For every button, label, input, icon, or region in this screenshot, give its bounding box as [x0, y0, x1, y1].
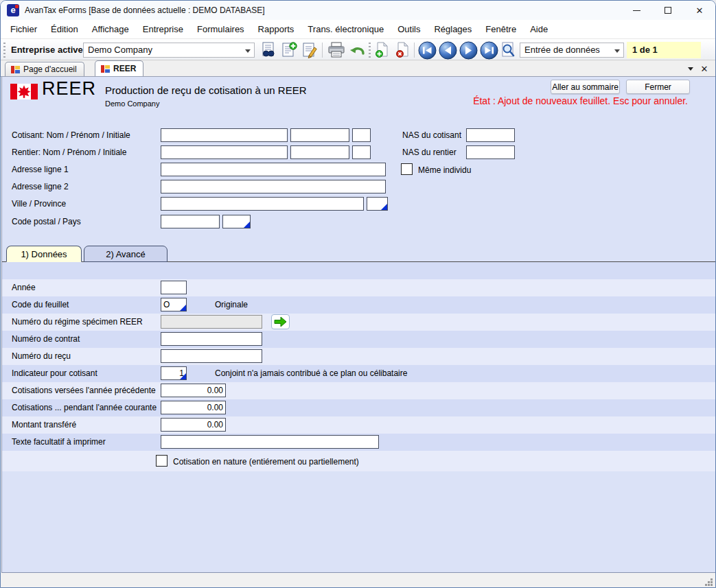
next-record-button[interactable]	[459, 41, 478, 59]
menu-edition[interactable]: Édition	[44, 21, 85, 37]
menu-aide[interactable]: Aide	[523, 21, 555, 37]
tab-list-button[interactable]	[685, 63, 696, 74]
minimize-button[interactable]	[621, 1, 652, 20]
tab-close-button[interactable]: ✕	[699, 63, 710, 74]
adresse2-field[interactable]	[161, 180, 386, 193]
add-company-icon	[280, 41, 298, 59]
rentier-initiale-field[interactable]	[352, 145, 371, 159]
contrat-label: Numéro de contrat	[12, 334, 80, 344]
regime-field[interactable]	[161, 315, 262, 329]
close-form-button[interactable]: Fermer	[626, 80, 690, 94]
texte-facultatif-field[interactable]	[161, 435, 379, 449]
record-counter: 1 de 1	[627, 42, 701, 58]
same-individual-checkbox[interactable]	[401, 163, 413, 175]
rentier-nom-field[interactable]	[161, 145, 288, 159]
cotisations-courante-label: Cotisations ... pendant l'année courante	[12, 403, 157, 412]
codepostal-pays-label: Code postal / Pays	[12, 217, 81, 226]
form-title: Production de reçu de cotisation à un RE…	[105, 84, 307, 96]
first-record-button[interactable]	[417, 41, 437, 59]
green-arrow-icon	[273, 316, 288, 327]
app-window: e AvanTax eForms [Base de données actuel…	[0, 0, 716, 588]
annee-field[interactable]	[161, 281, 187, 294]
close-icon: ✕	[701, 64, 708, 74]
form-page: REER Production de reçu de cotisation à …	[1, 77, 716, 573]
form-company: Demo Company	[105, 99, 159, 108]
form-code: REER	[42, 78, 96, 99]
subtab-avance[interactable]: 2) Avancé	[84, 246, 168, 262]
chevron-down-icon	[245, 49, 251, 53]
menu-affichage[interactable]: Affichage	[85, 21, 136, 37]
cotisations-precedente-row: Cotisations versées l'année précédente 0…	[2, 382, 715, 399]
form-subtabs: 1) Données 2) Avancé	[2, 245, 715, 262]
menu-rapports[interactable]: Rapports	[251, 21, 301, 37]
chevron-down-icon	[688, 67, 693, 71]
cotisant-initiale-field[interactable]	[352, 128, 371, 142]
close-button[interactable]: ✕	[684, 1, 715, 20]
indicateur-field[interactable]: 1	[161, 366, 187, 380]
regime-lookup-button[interactable]	[271, 314, 290, 329]
menu-fenetre[interactable]: Fenêtre	[478, 21, 523, 37]
menu-entreprise[interactable]: Entreprise	[136, 21, 190, 37]
indicateur-row: Indicateur pour cotisant 1 Conjoint n'a …	[2, 365, 715, 382]
nas-cotisant-field[interactable]	[466, 128, 515, 142]
cotisant-nom-field[interactable]	[161, 128, 288, 142]
code-postal-field[interactable]	[161, 215, 220, 228]
close-icon: ✕	[696, 5, 704, 16]
cotisation-nature-checkbox[interactable]	[156, 455, 168, 467]
previous-record-button[interactable]	[438, 41, 457, 59]
cotisant-prenom-field[interactable]	[290, 128, 349, 142]
menu-outils[interactable]: Outils	[391, 21, 427, 37]
view-select[interactable]: Entrée de données	[520, 43, 624, 58]
add-record-button[interactable]	[373, 41, 392, 59]
annee-row: Année	[2, 279, 715, 296]
edit-company-button[interactable]	[300, 41, 319, 59]
menu-fichier[interactable]: Fichier	[3, 21, 44, 37]
status-message: État : Ajout de nouveaux feuillet. Esc p…	[473, 95, 688, 106]
cotisation-nature-row: Cotisation en nature (entiérement ou par…	[2, 451, 715, 471]
menu-trans-electronique[interactable]: Trans. électronique	[301, 21, 391, 37]
tab-reer[interactable]: REER	[95, 60, 143, 76]
menu-formulaires[interactable]: Formulaires	[190, 21, 251, 37]
toolbar-grip[interactable]	[3, 43, 5, 58]
texte-facultatif-label: Texte facultatif à imprimer	[12, 437, 106, 447]
last-record-button[interactable]	[479, 41, 498, 59]
find-company-button[interactable]	[259, 41, 278, 59]
menu-reglages[interactable]: Réglages	[427, 21, 478, 37]
contrat-field[interactable]	[161, 332, 262, 346]
indicateur-note: Conjoint n'a jamais contribué à ce plan …	[215, 368, 407, 378]
resize-grip[interactable]	[704, 578, 713, 587]
adresse1-label: Adresse ligne 1	[12, 165, 69, 174]
edit-company-icon	[301, 41, 319, 59]
montant-transfere-field[interactable]: 0.00	[161, 418, 226, 432]
toolbar-separator	[322, 43, 323, 58]
go-summary-button[interactable]: Aller au sommaire	[551, 80, 620, 94]
recu-label: Numéro du reçu	[12, 351, 71, 361]
pays-field[interactable]	[222, 215, 251, 228]
nas-rentier-field[interactable]	[466, 145, 515, 159]
tab-page-accueil[interactable]: Page d'accueil	[5, 62, 84, 76]
undo-button[interactable]	[347, 41, 367, 59]
add-record-icon	[374, 41, 391, 59]
nas-cotisant-label: NAS du cotisant	[402, 130, 461, 140]
adresse1-field[interactable]	[161, 163, 386, 176]
province-field[interactable]	[367, 197, 388, 211]
toolbar-grip-2[interactable]	[369, 43, 371, 58]
cotisations-courante-row: Cotisations ... pendant l'année courante…	[2, 399, 715, 416]
ville-province-label: Ville / Province	[12, 199, 66, 209]
print-button[interactable]	[325, 41, 347, 59]
company-select[interactable]: Demo Company	[83, 43, 255, 58]
delete-record-button[interactable]	[393, 41, 413, 59]
code-feuillet-field[interactable]: O	[161, 298, 187, 311]
rentier-prenom-field[interactable]	[290, 145, 349, 159]
ville-field[interactable]	[161, 197, 364, 211]
cotisations-precedente-label: Cotisations versées l'année précédente	[12, 386, 156, 395]
maximize-button[interactable]	[652, 1, 684, 20]
add-company-button[interactable]	[279, 41, 299, 59]
recu-field[interactable]	[161, 349, 262, 363]
print-icon	[327, 41, 346, 59]
cotisations-courante-field[interactable]: 0.00	[161, 401, 226, 414]
preview-button[interactable]	[500, 41, 516, 59]
spacer-row	[2, 262, 715, 279]
cotisations-precedente-field[interactable]: 0.00	[161, 384, 226, 397]
subtab-donnees[interactable]: 1) Données	[6, 246, 82, 262]
